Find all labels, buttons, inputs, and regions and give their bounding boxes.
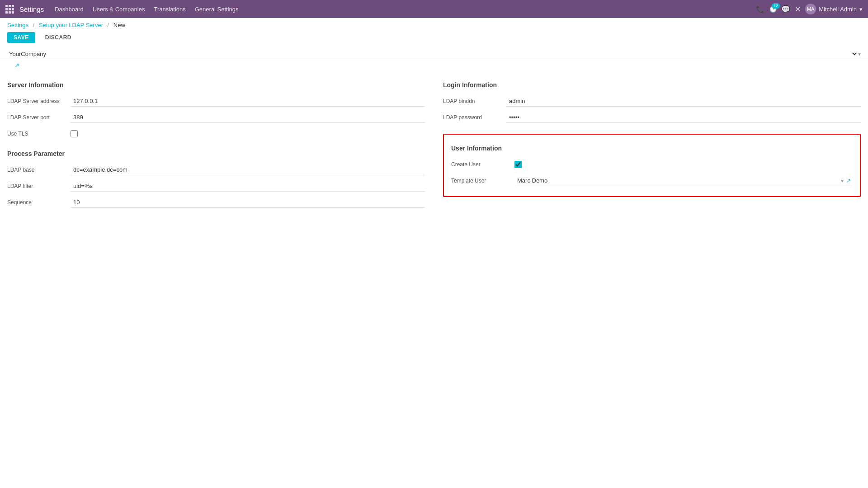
ldap-server-port-input[interactable] [71,112,425,123]
nav-translations[interactable]: Translations [154,6,185,13]
action-bar: SAVE DISCARD [0,30,868,47]
use-tls-row: Use TLS [7,127,425,141]
create-user-row: Create User [451,157,853,172]
company-external-link[interactable]: ↗ [7,60,27,70]
ldap-binddn-input[interactable] [506,96,861,107]
left-column: Server Information LDAP Server address L… [7,78,425,211]
ldap-server-address-row: LDAP Server address [7,94,425,108]
create-user-checkbox[interactable] [514,161,522,168]
company-select[interactable]: YourCompany [7,50,858,58]
server-info-title: Server Information [7,81,425,89]
ldap-password-label: LDAP password [443,114,506,121]
app-title: Settings [19,5,44,13]
use-tls-label: Use TLS [7,131,71,137]
sequence-input[interactable] [71,197,425,208]
form-content: Server Information LDAP Server address L… [0,73,868,216]
grid-icon [5,5,14,14]
ldap-server-address-label: LDAP Server address [7,98,71,104]
company-selector-row: YourCompany ▾ [0,47,868,59]
clock-badge-icon[interactable]: 🕐 12 [769,6,777,13]
ldap-base-input[interactable] [71,164,425,175]
main-two-col: Server Information LDAP Server address L… [7,78,861,211]
ldap-server-port-label: LDAP Server port [7,114,71,121]
ldap-base-row: LDAP base [7,163,425,177]
template-user-dropdown-icon[interactable]: ▾ [841,178,844,184]
user-info-title: User Information [451,145,853,152]
ldap-binddn-row: LDAP binddn [443,94,861,108]
phone-icon[interactable]: 📞 [756,5,765,14]
ldap-server-address-input[interactable] [71,96,425,107]
top-navigation: Settings Dashboard Users & Companies Tra… [0,0,868,18]
ldap-filter-row: LDAP filter [7,179,425,193]
ldap-server-port-row: LDAP Server port [7,110,425,125]
template-user-controls: ▾ ↗ [841,178,851,184]
user-name: Mitchell Admin [819,6,857,13]
login-info-title: Login Information [443,81,861,89]
sequence-row: Sequence [7,195,425,210]
ldap-filter-input[interactable] [71,181,425,192]
nav-general-settings[interactable]: General Settings [195,6,239,13]
breadcrumb-sep-2: / [108,22,109,28]
template-user-label: Template User [451,178,514,184]
create-user-label: Create User [451,161,514,168]
company-chevron-icon: ▾ [858,51,861,57]
breadcrumb: Settings / Setup your LDAP Server / New [0,18,868,30]
template-user-input-wrap: Marc Demo ▾ ↗ [514,175,853,186]
user-avatar: MA [805,4,816,14]
apps-menu-button[interactable] [5,5,14,14]
user-info-box: User Information Create User Template Us… [443,134,861,197]
process-param-section: Process Parameter LDAP base LDAP filter … [7,150,425,210]
template-user-external-link-icon[interactable]: ↗ [846,178,851,184]
ldap-base-label: LDAP base [7,167,71,173]
ldap-password-row: LDAP password [443,110,861,125]
ldap-filter-label: LDAP filter [7,183,71,189]
save-button[interactable]: SAVE [7,32,35,43]
nav-dashboard[interactable]: Dashboard [55,6,84,13]
breadcrumb-settings[interactable]: Settings [7,22,28,28]
sequence-label: Sequence [7,199,71,206]
breadcrumb-current: New [113,22,125,28]
badge-count: 12 [772,3,780,9]
template-user-value: Marc Demo [517,177,841,184]
breadcrumb-setup[interactable]: Setup your LDAP Server [39,22,103,28]
ldap-password-input[interactable] [506,112,861,123]
right-column: Login Information LDAP binddn LDAP passw… [443,78,861,211]
top-nav-right: 📞 🕐 12 💬 ✕ MA Mitchell Admin ▾ [756,4,863,14]
nav-links: Dashboard Users & Companies Translations… [55,6,756,13]
template-user-row: Template User Marc Demo ▾ ↗ [451,174,853,188]
breadcrumb-sep-1: / [33,22,35,28]
ldap-binddn-label: LDAP binddn [443,98,506,104]
process-param-title: Process Parameter [7,150,425,157]
user-menu[interactable]: MA Mitchell Admin ▾ [805,4,863,14]
nav-users-companies[interactable]: Users & Companies [93,6,145,13]
close-icon[interactable]: ✕ [795,5,801,14]
use-tls-checkbox[interactable] [71,130,78,137]
user-chevron-icon: ▾ [859,6,863,13]
chat-icon[interactable]: 💬 [781,5,790,14]
discard-button[interactable]: DISCARD [39,32,78,43]
